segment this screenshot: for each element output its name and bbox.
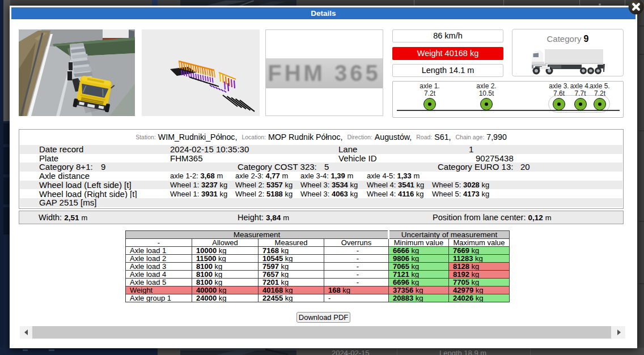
measurement-column-label: Maximum value	[449, 239, 510, 247]
maximum-value: 24026 kg	[449, 294, 510, 302]
background-row-line	[639, 25, 644, 27]
category-truck-icon	[531, 48, 606, 76]
scroll-right-button[interactable]	[613, 326, 625, 339]
info-sub-item: Wheel 2: 5188 kg	[235, 190, 293, 199]
station-field-label: Location:	[242, 134, 266, 140]
info-sub-item: Wheel 5: 4173 kg	[432, 190, 489, 199]
measured-value: 7597 kg	[259, 263, 324, 271]
measurement-row: Axle load 110000 kg7168 kg-6666 kg7669 k…	[126, 247, 510, 255]
category-8plus1-value: 9	[101, 162, 105, 172]
measured-value: 7201 kg	[259, 279, 324, 286]
lane-label: Lane	[338, 145, 357, 154]
horizontal-scrollbar[interactable]	[20, 326, 625, 339]
weight-box: Weight 40168 kg	[392, 47, 503, 60]
category-8plus1-label: Category 8+1:	[39, 162, 93, 172]
measurement-row: Axle load 48100 kg7657 kg-7121 kg8192 kg	[126, 271, 510, 279]
details-dialog: Details	[10, 6, 637, 348]
background-row-line	[639, 54, 644, 55]
wheel-left-label: Wheel load (Left side) [t]	[39, 181, 132, 190]
axle-caption: axle 2.10.5t	[463, 83, 510, 97]
scroll-left-button[interactable]	[20, 326, 32, 339]
measurement-table: Measurement Uncertainty of measurement -…	[125, 230, 510, 302]
maximum-value: 7669 kg	[449, 247, 510, 255]
measured-value: 7168 kg	[259, 247, 324, 255]
measurement-column-header: -AllowedMeasuredOverrunsMinimum valueMax…	[126, 239, 510, 247]
allowed-value: 8100 kg	[192, 263, 259, 271]
dialog-titlebar[interactable]: Details	[11, 7, 635, 19]
info-row-date: Date record 2024-02-15 10:35:30 Lane 1	[20, 145, 622, 154]
info-row-axle-distance: Axle distance axle 1-2: 3,68 maxle 2-3: …	[20, 172, 622, 181]
measurement-row-name: Axle load 3	[126, 263, 192, 271]
plate-label: Plate	[39, 154, 58, 163]
station-line: Station:WIM_Rudniki_Północ,Location:MOP …	[19, 130, 623, 144]
minimum-value: 9806 kg	[389, 255, 449, 263]
measurement-group: Measurement	[126, 231, 389, 239]
info-sub-item: Wheel 1: 3237 kg	[170, 181, 227, 190]
category-value: 9	[584, 34, 589, 44]
minimum-value: 20883 kg	[389, 294, 449, 302]
scroll-left-icon	[24, 330, 28, 335]
measurement-row-name: Weight	[126, 286, 192, 294]
measured-value: 7657 kg	[259, 271, 324, 279]
close-button[interactable]	[628, 0, 644, 15]
background-sidebar-mark	[23, 349, 28, 351]
gap-label: GAP 2515 [ms]	[39, 198, 96, 207]
allowed-value: 24000 kg	[192, 294, 259, 302]
info-sub-item: Wheel 4: 4116 kg	[367, 190, 423, 199]
background-photo-thumb-bottom	[180, 348, 296, 355]
measurement-row: Axle load 211500 kg10545 kg-9806 kg11283…	[126, 255, 510, 263]
background-row-line	[639, 130, 644, 131]
measurement-row: Axle load 58100 kg7201 kg-6696 kg7705 kg	[126, 279, 510, 286]
overruns-value: -	[324, 255, 389, 263]
minimum-value: 6666 kg	[389, 247, 449, 255]
vehicle-photo	[19, 29, 135, 116]
station-field-label: Road:	[416, 134, 432, 140]
page-background: 2024-02-15 Length 18.9 m Details	[0, 0, 644, 355]
vehicle-info-table: Station:WIM_Rudniki_Północ,Location:MOP …	[19, 129, 624, 209]
station-field-label: Direction:	[347, 134, 372, 140]
allowed-value: 11500 kg	[192, 255, 259, 263]
axle-wheel-icon	[553, 98, 565, 110]
measured-value: 22455 kg	[259, 294, 324, 302]
info-sub-item: Wheel 1: 3931 kg	[170, 190, 227, 199]
measurement-column-label: Minimum value	[389, 239, 449, 247]
allowed-value: 8100 kg	[192, 279, 259, 286]
category-title: Category 9	[512, 34, 623, 44]
station-field-value: 7,990	[486, 132, 507, 142]
scroll-right-icon	[617, 330, 621, 335]
minimum-value: 6696 kg	[389, 279, 449, 286]
info-row-categories: Category 8+1: 9 Category COST 323: 5 Cat…	[20, 162, 622, 172]
vehicle-photo-art	[19, 29, 135, 116]
axle-diagram: axle 1.7.2taxle 2.10.5taxle 3.7.6taxle 4…	[392, 81, 624, 118]
maximum-value: 8128 kg	[449, 263, 510, 271]
category-box: Category 9	[512, 29, 624, 76]
axle-distance-label: Axle distance	[39, 172, 90, 181]
scrollbar-thumb[interactable]	[32, 326, 611, 339]
maximum-value: 11283 kg	[449, 255, 510, 263]
minimum-value: 7121 kg	[389, 271, 449, 279]
plate-image: FHM 365	[265, 29, 383, 116]
dimensions-row: Width: 2,51 m Height: 3,84 m Position fr…	[19, 211, 624, 224]
measurement-row-name: Axle load 1	[126, 247, 192, 255]
background-sidebar-mark	[49, 349, 54, 351]
station-field-label: Station:	[135, 134, 156, 140]
background-length-cell: Length 18.9 m	[439, 349, 486, 355]
allowed-value: 10000 kg	[192, 247, 259, 255]
axle-caption: axle 5.7.2t	[576, 83, 624, 97]
info-sub-item: Wheel 5: 3028 kg	[432, 181, 489, 190]
info-sub-item: Wheel 3: 3534 kg	[300, 181, 358, 190]
plate-value: FHM365	[170, 154, 203, 163]
overruns-value: -	[324, 279, 389, 286]
lidar-pointcloud-image	[142, 29, 260, 116]
lane-position-item: Position from lane center: 0,12 m	[433, 211, 552, 224]
measurement-column-label: Overruns	[324, 239, 389, 247]
info-sub-item: axle 1-2: 3,68 m	[170, 172, 223, 181]
allowed-value: 8100 kg	[192, 271, 259, 279]
info-row-wheel-right: Wheel load (Right side) [t] Wheel 1: 393…	[20, 190, 622, 199]
background-column-divider	[530, 348, 531, 355]
width-item: Width: 2,51 m	[39, 211, 87, 224]
length-box: Length 14.1 m	[392, 64, 503, 77]
download-pdf-button[interactable]: Download PDF	[296, 312, 350, 323]
minimum-value: 7065 kg	[389, 263, 449, 271]
dialog-title: Details	[311, 9, 336, 18]
